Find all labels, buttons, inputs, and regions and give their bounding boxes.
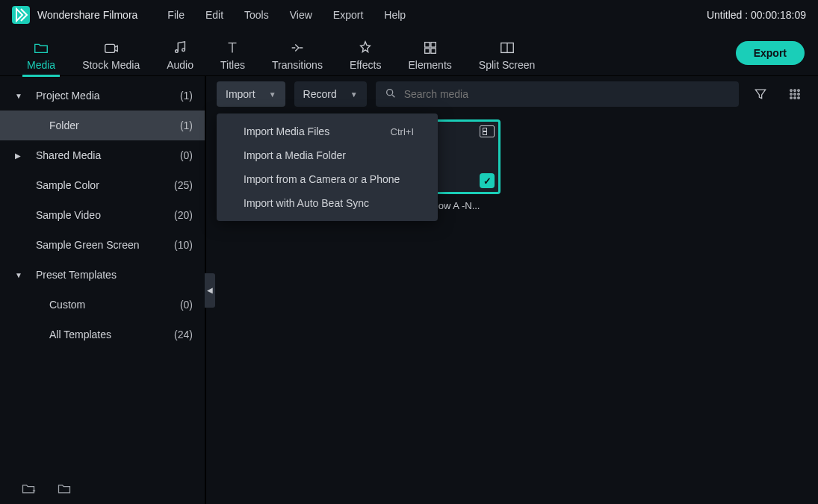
- sidebar-item-sample-video[interactable]: Sample Video (20): [0, 200, 205, 230]
- camera-icon: [103, 40, 120, 56]
- tab-elements[interactable]: Elements: [394, 35, 465, 71]
- svg-point-17: [798, 97, 800, 99]
- sidebar: ▼ Project Media (1) Folder (1) ▶ Shared …: [0, 76, 205, 504]
- import-dropdown-menu: Import Media Files Ctrl+I Import a Media…: [217, 113, 438, 221]
- menu-item-label: Import from a Camera or a Phone: [244, 173, 400, 185]
- sidebar-footer: [0, 474, 205, 504]
- tab-audio[interactable]: Audio: [153, 35, 207, 71]
- sidebar-item-sample-color[interactable]: Sample Color (25): [0, 170, 205, 200]
- new-folder-plus-icon[interactable]: [21, 481, 36, 498]
- main-area: ▼ Project Media (1) Folder (1) ▶ Shared …: [0, 76, 818, 504]
- record-dropdown[interactable]: Record ▼: [294, 81, 367, 107]
- effects-icon: [357, 40, 374, 56]
- tab-label: Elements: [408, 59, 451, 71]
- tree-label: All Templates: [49, 329, 174, 340]
- sidebar-item-preset-templates[interactable]: ▼ Preset Templates: [0, 260, 205, 290]
- chevron-down-icon: ▼: [269, 90, 276, 99]
- svg-point-1: [176, 49, 179, 52]
- svg-point-14: [798, 93, 800, 96]
- svg-point-11: [798, 90, 800, 92]
- filter-button[interactable]: [748, 81, 773, 107]
- menu-tools[interactable]: Tools: [244, 9, 269, 21]
- svg-rect-6: [431, 48, 436, 52]
- menu-item-label: Import a Media Folder: [244, 149, 346, 161]
- new-folder-icon[interactable]: [57, 481, 72, 498]
- checkmark-icon: ✓: [480, 173, 495, 188]
- text-icon: [224, 40, 241, 56]
- menu-edit[interactable]: Edit: [205, 9, 223, 21]
- tab-label: Audio: [167, 59, 193, 71]
- tree-count: (0): [180, 149, 193, 161]
- svg-rect-3: [424, 42, 429, 46]
- dropdown-label: Import: [226, 88, 255, 100]
- tab-media[interactable]: Media: [13, 35, 69, 71]
- tree-count: (1): [180, 119, 193, 131]
- tree-count: (20): [174, 209, 193, 221]
- app-name: Wondershare Filmora: [37, 9, 137, 21]
- tab-titles[interactable]: Titles: [207, 35, 258, 71]
- svg-point-10: [794, 90, 796, 92]
- svg-point-9: [790, 90, 793, 92]
- tab-transitions[interactable]: Transitions: [258, 35, 336, 71]
- import-media-folder[interactable]: Import a Media Folder: [217, 143, 438, 167]
- tab-stock-media[interactable]: Stock Media: [69, 35, 153, 71]
- export-button[interactable]: Export: [736, 41, 805, 65]
- import-media-files[interactable]: Import Media Files Ctrl+I: [217, 119, 438, 143]
- import-auto-beat-sync[interactable]: Import with Auto Beat Sync: [217, 191, 438, 215]
- sidebar-item-custom[interactable]: Custom (0): [0, 290, 205, 320]
- content-area: ◀ Import ▼ Record ▼ Import Media Files C…: [206, 76, 818, 504]
- svg-point-2: [182, 48, 185, 51]
- menu-bar: File Edit Tools View Export Help: [167, 9, 406, 21]
- menu-help[interactable]: Help: [384, 9, 406, 21]
- search-icon: [385, 87, 397, 102]
- svg-rect-0: [105, 44, 114, 52]
- svg-point-15: [790, 97, 793, 99]
- import-dropdown[interactable]: Import ▼: [217, 81, 285, 107]
- tab-bar: Media Stock Media Audio Titles Transitio…: [0, 30, 818, 76]
- tree-count: (25): [174, 179, 193, 191]
- transition-icon: [289, 40, 306, 56]
- svg-point-13: [794, 93, 796, 96]
- search-input[interactable]: [404, 88, 730, 100]
- sidebar-item-project-media[interactable]: ▼ Project Media (1): [0, 81, 205, 111]
- sidebar-item-folder[interactable]: Folder (1): [0, 111, 205, 140]
- tab-label: Transitions: [272, 59, 323, 71]
- split-screen-icon: [499, 40, 515, 56]
- tree-label: Sample Green Screen: [36, 239, 174, 251]
- elements-icon: [422, 40, 439, 56]
- menu-item-label: Import Media Files: [244, 125, 329, 137]
- sidebar-item-all-templates[interactable]: All Templates (24): [0, 320, 205, 349]
- tree-label: Sample Color: [36, 179, 174, 191]
- tab-split-screen[interactable]: Split Screen: [465, 35, 548, 71]
- tree-label: Custom: [49, 299, 180, 311]
- svg-point-12: [790, 93, 793, 96]
- tree-label: Folder: [49, 119, 180, 131]
- tree-label: Sample Video: [36, 209, 174, 221]
- sidebar-item-sample-green-screen[interactable]: Sample Green Screen (10): [0, 230, 205, 260]
- menu-export[interactable]: Export: [333, 9, 363, 21]
- grid-view-button[interactable]: [782, 81, 808, 107]
- sidebar-tree: ▼ Project Media (1) Folder (1) ▶ Shared …: [0, 76, 205, 474]
- tree-count: (1): [180, 90, 193, 102]
- menu-file[interactable]: File: [167, 9, 185, 21]
- tree-label: Preset Templates: [36, 269, 193, 281]
- import-camera-phone[interactable]: Import from a Camera or a Phone: [217, 167, 438, 191]
- folder-icon: [33, 40, 49, 56]
- chevron-down-icon: ▼: [350, 90, 358, 99]
- menu-view[interactable]: View: [290, 9, 312, 21]
- tab-label: Titles: [220, 59, 245, 71]
- collapse-sidebar-handle[interactable]: ◀: [205, 273, 215, 308]
- tab-label: Stock Media: [82, 59, 140, 71]
- video-clip-icon: [480, 125, 495, 137]
- svg-point-16: [794, 97, 796, 99]
- tree-count: (24): [174, 329, 193, 340]
- search-box[interactable]: [376, 81, 739, 107]
- tab-effects[interactable]: Effects: [336, 35, 395, 71]
- sidebar-item-shared-media[interactable]: ▶ Shared Media (0): [0, 140, 205, 170]
- svg-rect-5: [424, 48, 429, 52]
- chevron-right-icon: ▶: [15, 152, 25, 160]
- svg-point-8: [386, 89, 392, 95]
- menu-item-shortcut: Ctrl+I: [391, 126, 414, 137]
- tree-label: Shared Media: [36, 149, 180, 161]
- music-icon: [172, 40, 188, 56]
